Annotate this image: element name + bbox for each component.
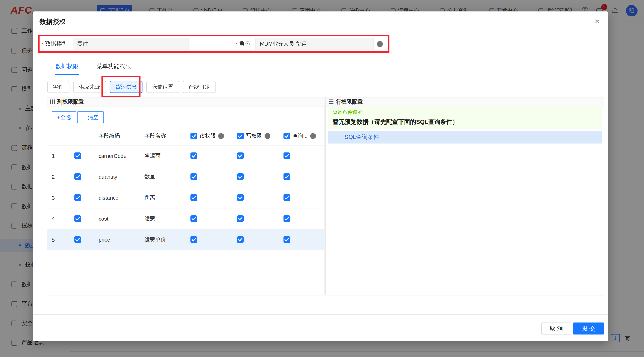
column-toolbar: +全选 一清空: [52, 111, 324, 123]
modal-footer: 取 消 提 交: [33, 314, 608, 341]
modal-title: 数据授权: [40, 18, 66, 26]
sql-condition-item[interactable]: SQL查询条件: [328, 131, 602, 144]
field-code: distance: [94, 194, 140, 201]
role-input[interactable]: [255, 38, 374, 50]
rows-icon: [329, 99, 333, 104]
columns-icon: [50, 99, 55, 104]
checkbox-checked[interactable]: [237, 194, 244, 201]
field-code: price: [94, 236, 140, 243]
subtab-storage-location[interactable]: 仓储位置: [146, 81, 179, 93]
data-authorization-modal: 数据授权 ✕ * 数据模型 * 角色 数据权限 菜单功能权限 零件 供应来源 货…: [33, 11, 608, 341]
subtab-line-usage[interactable]: 产线用途: [183, 81, 215, 93]
checkbox-checked[interactable]: [237, 173, 244, 180]
field-name: 数量: [140, 173, 186, 180]
checkbox-checked[interactable]: [237, 152, 244, 159]
data-model-label: 数据模型: [45, 40, 68, 47]
row-panel-title: 行权限配置: [336, 98, 363, 105]
field-code: cost: [94, 216, 140, 222]
checkbox-checked[interactable]: [190, 152, 197, 159]
column-panel-header: 列权限配置: [47, 98, 324, 107]
checkbox-checked[interactable]: [74, 194, 81, 201]
checkbox-checked[interactable]: [237, 215, 244, 222]
checkbox-checked[interactable]: [74, 236, 81, 243]
checkbox-checked[interactable]: [74, 173, 81, 180]
checkbox-checked[interactable]: [283, 215, 290, 222]
header-field-name: 字段名称: [140, 132, 186, 139]
field-name: 承运商: [140, 152, 186, 159]
submit-button[interactable]: 提 交: [573, 323, 604, 335]
checkbox-checked[interactable]: [190, 173, 197, 180]
query-preview-empty-text: 暂无预览数据（请先配置下面的SQL查询条件）: [333, 118, 597, 126]
row-panel-header: 行权限配置: [326, 98, 604, 107]
clear-all-button[interactable]: 一清空: [77, 111, 104, 123]
header-label: 读权限: [200, 132, 216, 139]
header-label: 写权限: [246, 132, 262, 139]
required-mark: *: [41, 41, 43, 47]
modal-tabs: 数据权限 菜单功能权限: [33, 60, 608, 75]
table-scrollbar-strip[interactable]: [47, 290, 324, 295]
column-panel-title: 列权限配置: [57, 98, 84, 105]
row-index: 5: [47, 236, 69, 243]
close-icon[interactable]: ✕: [594, 18, 600, 25]
permission-panels: 列权限配置 +全选 一清空 字段编码 字段名称 读权限 写权限 查询... 1: [47, 97, 604, 295]
header-label: 查询...: [292, 132, 307, 139]
query-preview-label: 查询条件预览: [333, 109, 597, 116]
field-name: 运费单价: [140, 236, 186, 243]
checkbox-checked[interactable]: [237, 133, 244, 139]
cancel-button[interactable]: 取 消: [541, 323, 571, 335]
field-code: carrierCode: [94, 153, 140, 159]
data-model-input[interactable]: [73, 38, 189, 50]
info-icon: [218, 133, 224, 139]
table-row: 2 quantity 数量: [47, 166, 324, 187]
table-empty-area: [47, 250, 324, 290]
table-row: 1 carrierCode 承运商: [47, 145, 324, 166]
subtab-freight-info[interactable]: 货运信息: [110, 81, 142, 93]
column-table-header: 字段编码 字段名称 读权限 写权限 查询...: [47, 127, 324, 146]
header-write-permission: 写权限: [232, 132, 279, 139]
table-row: 4 cost 运费: [47, 208, 324, 229]
checkbox-checked[interactable]: [74, 215, 81, 222]
checkbox-checked[interactable]: [237, 236, 244, 243]
checkbox-checked[interactable]: [190, 194, 197, 201]
checkbox-checked[interactable]: [283, 173, 290, 180]
subtab-part[interactable]: 零件: [47, 81, 69, 93]
checkbox-checked[interactable]: [74, 152, 81, 159]
modal-form-row: * 数据模型 * 角色: [33, 35, 608, 53]
model-subtabs: 零件 供应来源 货运信息 仓储位置 产线用途: [47, 81, 216, 93]
checkbox-checked[interactable]: [283, 194, 290, 201]
checkbox-checked[interactable]: [190, 236, 197, 243]
header-field-code: 字段编码: [94, 132, 140, 139]
row-permission-panel: 行权限配置 查询条件预览 暂无预览数据（请先配置下面的SQL查询条件） SQL查…: [325, 97, 604, 295]
required-mark: *: [235, 41, 238, 47]
header-read-permission: 读权限: [186, 132, 232, 139]
row-index: 4: [47, 216, 69, 222]
checkbox-checked[interactable]: [190, 133, 197, 139]
row-index: 1: [47, 153, 69, 159]
table-row-highlighted: 5 price 运费单价: [47, 229, 324, 250]
tab-menu-function-permission[interactable]: 菜单功能权限: [96, 60, 132, 75]
checkbox-checked[interactable]: [283, 236, 290, 243]
checkbox-checked[interactable]: [283, 133, 290, 139]
row-index: 2: [47, 174, 69, 180]
field-name: 距离: [140, 194, 186, 201]
header-query-permission: 查询...: [278, 132, 324, 139]
info-icon: [310, 133, 316, 139]
tab-data-permission[interactable]: 数据权限: [55, 60, 79, 75]
page: 1 页 AFC. 管理门户 工作台 业务门户 组织中心 应用中心 任务中心 流程…: [0, 0, 644, 357]
info-icon: [377, 41, 383, 47]
table-row: 3 distance 距离: [47, 187, 324, 209]
field-name: 运费: [140, 215, 186, 222]
query-preview-box: 查询条件预览 暂无预览数据（请先配置下面的SQL查询条件）: [328, 106, 602, 129]
row-index: 3: [47, 194, 69, 201]
subtab-supply-source[interactable]: 供应来源: [73, 81, 106, 93]
column-permission-panel: 列权限配置 +全选 一清空 字段编码 字段名称 读权限 写权限 查询... 1: [47, 97, 325, 295]
select-all-button[interactable]: +全选: [52, 111, 76, 123]
role-label: 角色: [239, 40, 251, 47]
field-code: quantity: [94, 174, 140, 180]
info-icon: [265, 133, 270, 139]
checkbox-checked[interactable]: [190, 215, 197, 222]
checkbox-checked[interactable]: [283, 152, 290, 159]
